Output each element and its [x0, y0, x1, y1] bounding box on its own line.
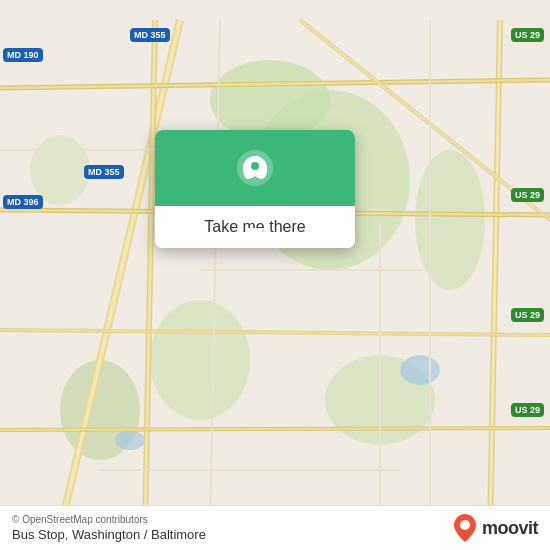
take-me-there-button[interactable]: Take me there — [155, 206, 355, 248]
bottom-bar: © OpenStreetMap contributors Bus Stop, W… — [0, 505, 550, 550]
bottom-left-info: © OpenStreetMap contributors Bus Stop, W… — [12, 514, 206, 542]
svg-point-7 — [400, 355, 440, 385]
svg-line-10 — [60, 20, 180, 530]
badge-us29-mid2: US 29 — [511, 308, 544, 322]
svg-line-12 — [145, 20, 155, 530]
map-svg — [0, 0, 550, 550]
svg-point-2 — [150, 300, 250, 420]
badge-us29-bot: US 29 — [511, 403, 544, 417]
moovit-logo: moovit — [454, 514, 538, 542]
svg-point-35 — [460, 520, 470, 530]
badge-md396: MD 396 — [3, 195, 43, 209]
location-text: Bus Stop, Washington / Baltimore — [12, 527, 206, 542]
svg-point-8 — [115, 430, 145, 450]
copyright-text: © OpenStreetMap contributors — [12, 514, 206, 525]
map-container: MD 355 MD 355 MD 190 MD 396 US 29 US 29 … — [0, 0, 550, 550]
location-pin-icon — [233, 148, 277, 192]
moovit-brand-text: moovit — [482, 518, 538, 539]
svg-line-14 — [490, 20, 500, 530]
moovit-pin-icon — [454, 514, 476, 542]
badge-md355-mid: MD 355 — [84, 165, 124, 179]
popup-green-header — [155, 130, 355, 206]
popup-arrow — [245, 228, 265, 240]
badge-md190: MD 190 — [3, 48, 43, 62]
svg-point-34 — [251, 162, 259, 170]
badge-md355-top: MD 355 — [130, 28, 170, 42]
svg-point-5 — [415, 150, 485, 290]
badge-us29-mid1: US 29 — [511, 188, 544, 202]
badge-us29-top: US 29 — [511, 28, 544, 42]
